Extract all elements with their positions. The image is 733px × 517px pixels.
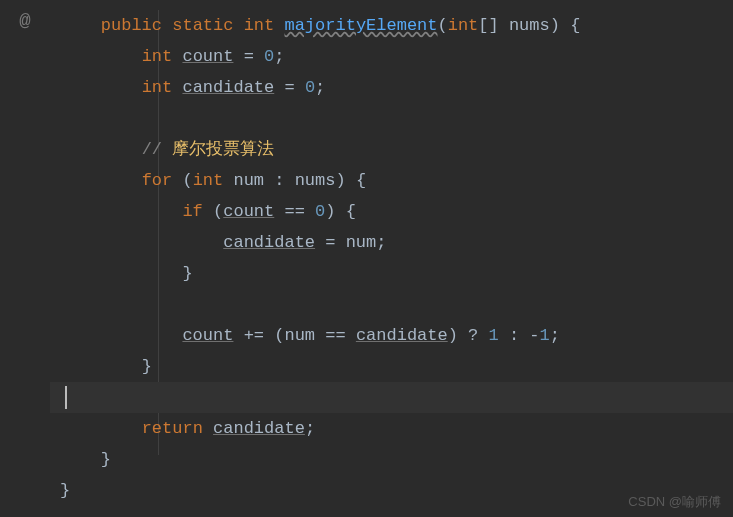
keyword: int <box>448 16 479 35</box>
semicolon: ; <box>274 47 284 66</box>
variable: candidate <box>213 419 305 438</box>
variable: count <box>182 47 233 66</box>
keyword: for <box>142 171 173 190</box>
method-name: majorityElement <box>284 16 437 35</box>
variable: count <box>182 326 233 345</box>
keyword: static <box>172 16 233 35</box>
code-line-empty <box>50 103 733 134</box>
variable: num <box>223 171 274 190</box>
keyword: int <box>142 47 173 66</box>
paren: ( <box>172 171 192 190</box>
operator: += ( <box>233 326 284 345</box>
paren: ) <box>448 326 458 345</box>
code-line: public static int majorityElement(int[] … <box>50 10 733 41</box>
number: 1 <box>489 326 499 345</box>
variable: candidate <box>223 233 315 252</box>
code-line: } <box>50 351 733 382</box>
keyword: int <box>142 78 173 97</box>
neg: - <box>529 326 539 345</box>
paren: ) <box>550 16 560 35</box>
paren: ) <box>335 171 345 190</box>
semicolon: ; <box>376 233 386 252</box>
number: 0 <box>315 202 325 221</box>
param: nums <box>509 16 550 35</box>
number: 1 <box>540 326 550 345</box>
code-line: if (count == 0) { <box>50 196 733 227</box>
keyword: if <box>182 202 202 221</box>
keyword: int <box>193 171 224 190</box>
variable: candidate <box>356 326 448 345</box>
brace: { <box>346 171 366 190</box>
code-line: for (int num : nums) { <box>50 165 733 196</box>
code-line: count += (num == candidate) ? 1 : -1; <box>50 320 733 351</box>
variable: candidate <box>182 78 274 97</box>
paren: ( <box>203 202 223 221</box>
code-line: // 摩尔投票算法 <box>50 134 733 165</box>
operator: == <box>315 326 356 345</box>
semicolon: ; <box>315 78 325 97</box>
code-line: } <box>50 444 733 475</box>
operator: = <box>274 78 305 97</box>
ternary: ? <box>458 326 489 345</box>
code-area[interactable]: public static int majorityElement(int[] … <box>50 0 733 517</box>
variable: num <box>346 233 377 252</box>
brace: } <box>60 481 70 500</box>
keyword: int <box>244 16 275 35</box>
operator: == <box>274 202 315 221</box>
brace: { <box>335 202 355 221</box>
keyword: public <box>101 16 162 35</box>
gutter: @ <box>0 0 50 517</box>
code-editor: @ public static int majorityElement(int[… <box>0 0 733 517</box>
code-line: return candidate; <box>50 413 733 444</box>
comment-text: 摩尔投票算法 <box>162 140 274 159</box>
brace: } <box>101 450 111 469</box>
operator: = <box>315 233 346 252</box>
colon: : <box>274 171 294 190</box>
comment-slash: // <box>142 140 162 159</box>
annotation-gutter-icon[interactable]: @ <box>0 10 50 32</box>
brace: } <box>182 264 192 283</box>
code-line: int candidate = 0; <box>50 72 733 103</box>
variable: nums <box>295 171 336 190</box>
semicolon: ; <box>550 326 560 345</box>
number: 0 <box>305 78 315 97</box>
paren: ) <box>325 202 335 221</box>
variable: num <box>284 326 315 345</box>
code-line-empty <box>50 289 733 320</box>
brace: } <box>142 357 152 376</box>
text: [] <box>478 16 509 35</box>
keyword: return <box>142 419 203 438</box>
code-line: } <box>50 258 733 289</box>
watermark: CSDN @喻师傅 <box>628 493 721 511</box>
code-line-current <box>50 382 733 413</box>
text-caret <box>65 386 67 409</box>
space <box>203 419 213 438</box>
operator: = <box>233 47 264 66</box>
colon: : <box>499 326 530 345</box>
semicolon: ; <box>305 419 315 438</box>
brace: { <box>560 16 580 35</box>
paren: ( <box>438 16 448 35</box>
code-line: candidate = num; <box>50 227 733 258</box>
number: 0 <box>264 47 274 66</box>
variable: count <box>223 202 274 221</box>
code-line: int count = 0; <box>50 41 733 72</box>
